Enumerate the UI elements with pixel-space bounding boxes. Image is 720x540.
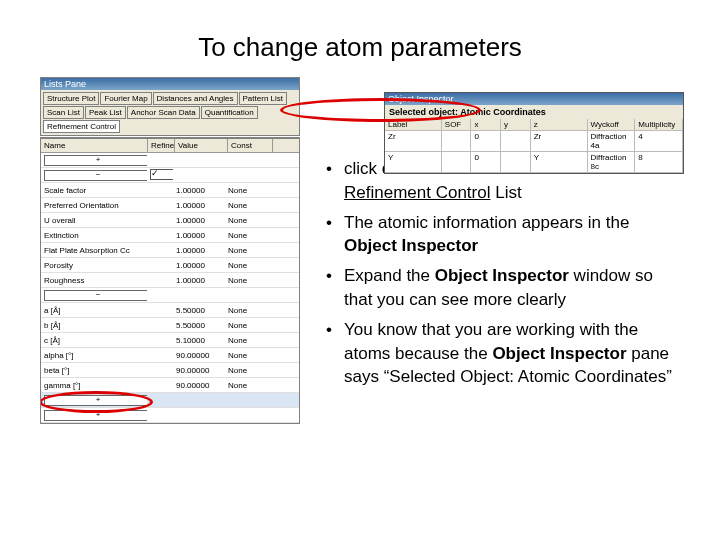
- lists-pane-window: Lists Pane Structure PlotFourier MapDist…: [40, 77, 300, 136]
- table-row[interactable]: −Zirconia: [41, 168, 299, 183]
- table-row[interactable]: Porosity1.00000None: [41, 258, 299, 273]
- tab-distances-and-angles[interactable]: Distances and Angles: [153, 92, 238, 105]
- tree-toggle-icon[interactable]: +: [44, 155, 147, 166]
- table-row[interactable]: +Global Parameters: [41, 153, 299, 168]
- refine-checkbox[interactable]: [150, 169, 173, 180]
- table-row[interactable]: Flat Plate Absorption Cc1.00000None: [41, 243, 299, 258]
- col-value: Value: [175, 139, 228, 152]
- bullet-item: Expand the Object Inspector window so th…: [320, 264, 680, 312]
- table-row[interactable]: U overall1.00000None: [41, 213, 299, 228]
- table-row[interactable]: Roughness1.00000None: [41, 273, 299, 288]
- bullet-list: click on Atomic Coordinates in the Refin…: [320, 157, 680, 389]
- table-row[interactable]: beta [°]90.00000None: [41, 363, 299, 378]
- screenshot-column: Lists Pane Structure PlotFourier MapDist…: [40, 77, 300, 425]
- h-x: x: [471, 119, 501, 130]
- table-row[interactable]: −Unit Cell: [41, 288, 299, 303]
- h-sof: SOF: [442, 119, 472, 130]
- tab-quantification[interactable]: Quantification: [201, 106, 258, 119]
- tab-refinement-control[interactable]: Refinement Control: [43, 120, 120, 133]
- table-row[interactable]: alpha [°]90.00000None: [41, 348, 299, 363]
- h-mult: Multiplicity: [635, 119, 683, 130]
- grid-header: Name Refine Value Const: [41, 138, 299, 153]
- inspector-body: Zr0ZrDiffraction 4a4Y0YDiffraction 8c8: [385, 131, 683, 173]
- slide: To change atom parameters Lists Pane Str…: [0, 0, 720, 540]
- h-wyckoff: Wyckoff: [588, 119, 636, 130]
- inspector-titlebar: Object Inspector: [385, 93, 683, 105]
- table-row[interactable]: a [Å]5.50000None: [41, 303, 299, 318]
- tab-peak-list[interactable]: Peak List: [85, 106, 126, 119]
- tree-toggle-icon[interactable]: +: [44, 395, 147, 406]
- tab-pattern-list[interactable]: Pattern List: [239, 92, 287, 105]
- tab-fourier-map[interactable]: Fourier Map: [100, 92, 151, 105]
- bullet-item: You know that you are working with the a…: [320, 318, 680, 389]
- h-z: z: [531, 119, 588, 130]
- lists-pane-titlebar: Lists Pane: [41, 78, 299, 90]
- table-row[interactable]: Preferred Orientation1.00000None: [41, 198, 299, 213]
- h-label: Label: [385, 119, 442, 130]
- grid-body: +Global Parameters−ZirconiaScale factor1…: [41, 153, 299, 423]
- table-row[interactable]: +Atomic coordinates: [41, 393, 299, 408]
- table-row[interactable]: Scale factor1.00000None: [41, 183, 299, 198]
- tree-toggle-icon[interactable]: −: [44, 290, 147, 301]
- h-y: y: [501, 119, 531, 130]
- tree-toggle-icon[interactable]: +: [44, 410, 147, 421]
- tab-anchor-scan-data[interactable]: Anchor Scan Data: [127, 106, 200, 119]
- bullet-item: The atomic information appears in the Ob…: [320, 211, 680, 259]
- inspector-row[interactable]: Y0YDiffraction 8c8: [385, 152, 683, 173]
- table-row[interactable]: c [Å]5.10000None: [41, 333, 299, 348]
- selected-object-label: Selected object: Atomic Coordinates: [385, 105, 683, 119]
- inspector-row[interactable]: Zr0ZrDiffraction 4a4: [385, 131, 683, 152]
- tabs: Structure PlotFourier MapDistances and A…: [41, 90, 299, 135]
- tab-structure-plot[interactable]: Structure Plot: [43, 92, 99, 105]
- table-row[interactable]: Extinction1.00000None: [41, 228, 299, 243]
- tab-scan-list[interactable]: Scan List: [43, 106, 84, 119]
- object-inspector-window: Object Inspector Selected object: Atomic…: [384, 92, 684, 174]
- table-row[interactable]: +Profile Parameters: [41, 408, 299, 423]
- tree-toggle-icon[interactable]: −: [44, 170, 147, 181]
- inspector-header: Label SOF x y z Wyckoff Multiplicity: [385, 119, 683, 131]
- table-row[interactable]: gamma [°]90.00000None: [41, 378, 299, 393]
- refinement-control-grid: Name Refine Value Const +Global Paramete…: [40, 137, 300, 424]
- page-title: To change atom parameters: [40, 32, 680, 63]
- table-row[interactable]: b [Å]5.50000None: [41, 318, 299, 333]
- col-refine: Refine: [148, 139, 175, 152]
- col-name: Name: [41, 139, 148, 152]
- col-const: Const: [228, 139, 273, 152]
